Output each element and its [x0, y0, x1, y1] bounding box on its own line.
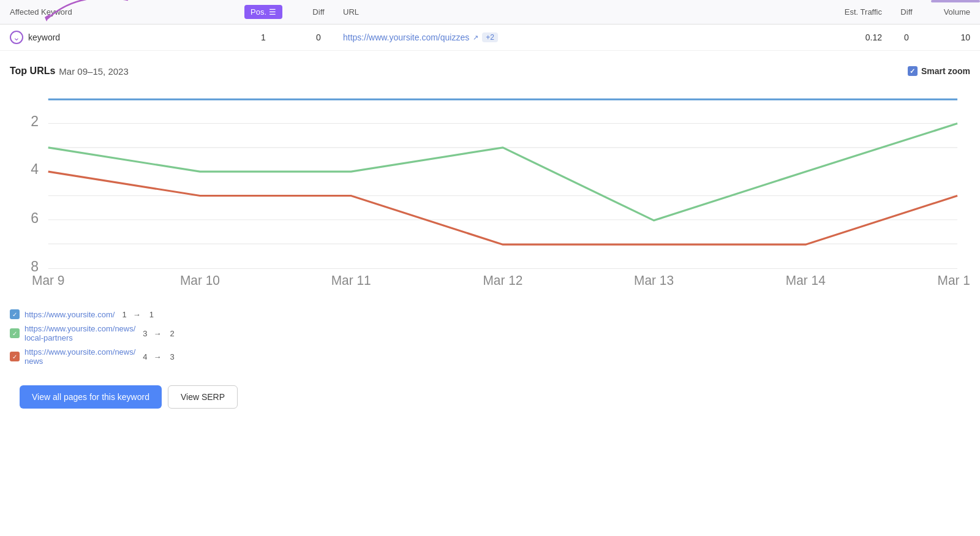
col-header-volume: Volume: [931, 7, 980, 17]
col-header-diff2: Diff: [882, 7, 931, 17]
chart-container: 2 4 6 8 Mar 9 Mar 10 Mar 11 Mar 12 Mar 1…: [10, 86, 970, 295]
chart-title-text: Top URLs Mar 09–15, 2023: [10, 66, 129, 77]
legend-pos-end-green: 2: [170, 329, 175, 338]
legend-pos-end-blue: 1: [149, 310, 154, 319]
svg-text:8: 8: [31, 259, 39, 274]
row-traffic: 0.12: [809, 32, 882, 42]
view-serp-button[interactable]: View SERP: [168, 385, 238, 409]
legend-item-blue[interactable]: ✓ https://www.yoursite.com/ 1 → 1: [10, 309, 970, 319]
legend-url-green: https://www.yoursite.com/news/local-part…: [24, 324, 135, 342]
view-all-pages-button[interactable]: View all pages for this keyword: [20, 385, 162, 409]
legend-arrow-blue: →: [133, 310, 141, 319]
row-keyword-cell: ⌄ keyword: [0, 31, 233, 44]
table-header: Affected Keyword Pos. ☰ Diff URL Est. Tr…: [0, 0, 980, 25]
legend-pos-blue: 1: [122, 310, 126, 319]
chart-section: Top URLs Mar 09–15, 2023 ✓ Smart zoom: [0, 51, 980, 426]
row-url-cell: https://www.yoursite.com/quizzes ↗ +2: [343, 32, 809, 42]
svg-text:Mar 9: Mar 9: [32, 273, 64, 287]
legend-item-green[interactable]: ✓ https://www.yoursite.com/news/local-pa…: [10, 324, 970, 342]
svg-text:Mar 11: Mar 11: [331, 273, 371, 287]
svg-text:Mar 13: Mar 13: [634, 273, 674, 287]
series-red: [48, 172, 957, 244]
col-header-keyword: Affected Keyword: [0, 7, 233, 17]
pos-sort-button[interactable]: Pos. ☰: [244, 5, 282, 19]
chart-date-range: Mar 09–15, 2023: [59, 66, 128, 77]
keyword-text: keyword: [28, 32, 60, 42]
svg-text:2: 2: [31, 113, 39, 129]
legend: ✓ https://www.yoursite.com/ 1 → 1 ✓ http…: [10, 309, 970, 366]
expand-button[interactable]: ⌄: [10, 31, 23, 44]
smart-zoom-label: Smart zoom: [921, 66, 970, 76]
col-header-traffic: Est. Traffic: [809, 7, 882, 17]
col-header-pos[interactable]: Pos. ☰: [233, 5, 294, 19]
legend-url-red: https://www.yoursite.com/news/news: [24, 347, 135, 366]
smart-zoom-checkbox[interactable]: ✓: [908, 66, 918, 76]
volume-bar: [931, 0, 980, 2]
smart-zoom-control[interactable]: ✓ Smart zoom: [908, 66, 970, 76]
sort-icon: ☰: [269, 7, 276, 17]
legend-pos-end-red: 3: [170, 352, 175, 361]
url-plus-badge[interactable]: +2: [482, 32, 498, 42]
svg-text:Mar 14: Mar 14: [786, 273, 826, 287]
chevron-down-icon: ⌄: [13, 32, 20, 42]
action-buttons: View all pages for this keyword View SER…: [10, 378, 970, 416]
row-volume: 10: [931, 32, 980, 42]
series-green: [48, 124, 957, 221]
external-link-icon[interactable]: ↗: [473, 34, 478, 42]
table-row: ⌄ keyword 1 0 https://www.yoursite.com/q…: [0, 25, 980, 51]
row-diff2: 0: [882, 32, 931, 42]
legend-checkbox-green[interactable]: ✓: [10, 328, 20, 338]
svg-text:6: 6: [31, 210, 39, 226]
chart-svg: 2 4 6 8 Mar 9 Mar 10 Mar 11 Mar 12 Mar 1…: [10, 86, 970, 295]
svg-text:Mar 10: Mar 10: [180, 273, 220, 287]
row-diff: 0: [294, 32, 343, 42]
legend-arrow-green: →: [154, 329, 162, 338]
col-header-url: URL: [343, 7, 809, 17]
legend-url-blue: https://www.yoursite.com/: [24, 310, 115, 319]
legend-arrow-red: →: [154, 352, 162, 361]
svg-text:Mar 15: Mar 15: [938, 273, 970, 287]
svg-text:4: 4: [31, 161, 39, 177]
url-link[interactable]: https://www.yoursite.com/quizzes: [343, 32, 469, 42]
legend-checkbox-red[interactable]: ✓: [10, 352, 20, 361]
legend-checkbox-blue[interactable]: ✓: [10, 309, 20, 319]
chart-title-row: Top URLs Mar 09–15, 2023 ✓ Smart zoom: [10, 66, 970, 77]
legend-pos-green: 3: [143, 329, 147, 338]
legend-item-red[interactable]: ✓ https://www.yoursite.com/news/news 4 →…: [10, 347, 970, 366]
svg-text:Mar 12: Mar 12: [483, 273, 522, 287]
chart-title-label: Top URLs: [10, 66, 55, 77]
row-pos: 1: [233, 32, 294, 42]
col-header-diff: Diff: [294, 7, 343, 17]
legend-pos-red: 4: [143, 352, 147, 361]
